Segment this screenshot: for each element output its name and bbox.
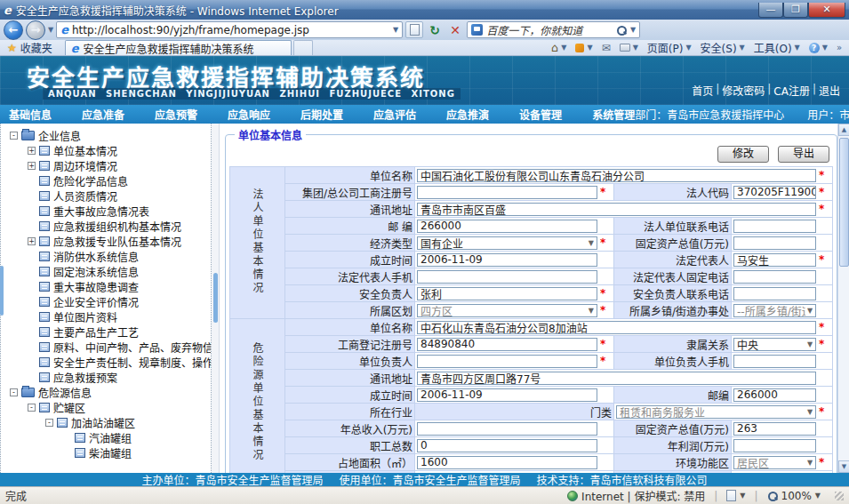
tree-item-label[interactable]: 安全生产责任制、规章制度、操作规程信息 xyxy=(53,355,212,370)
tree-item[interactable]: 人员资质情况 xyxy=(4,188,211,204)
new-tab-stub[interactable] xyxy=(293,40,313,55)
field-input[interactable] xyxy=(733,220,816,233)
field-input[interactable] xyxy=(417,270,597,284)
tree-item[interactable]: 重大事故应急情况表 xyxy=(4,204,211,219)
tree-item[interactable]: 单位图片资料 xyxy=(4,309,211,324)
compatibility-view-button[interactable] xyxy=(405,21,423,38)
field-input[interactable]: 1600 xyxy=(417,456,597,469)
tree-item-label[interactable]: 危险化学品信息 xyxy=(53,173,128,188)
expand-icon[interactable]: + xyxy=(28,162,36,170)
tree-item-label[interactable]: 贮罐区 xyxy=(53,400,85,415)
frame-collapse-handle[interactable] xyxy=(213,273,218,323)
tree-item[interactable]: +单位基本情况 xyxy=(4,143,211,158)
tree-item[interactable]: 消防供水系统信息 xyxy=(4,249,211,264)
tree-item[interactable]: 固定泡沫系统信息 xyxy=(4,264,211,279)
tree-item[interactable]: +周边环境情况 xyxy=(4,158,211,173)
nav-item-2[interactable]: 应急预警 xyxy=(155,107,197,122)
field-input[interactable]: 84890840 xyxy=(417,338,597,351)
field-input[interactable] xyxy=(733,287,816,300)
tools-menu[interactable]: 工具(O)▼ xyxy=(750,41,804,55)
collapse-icon[interactable]: - xyxy=(10,132,18,140)
browser-tab[interactable]: e 安全生产应急救援指挥辅助决策系统 xyxy=(65,40,292,55)
tree-item-label[interactable]: 企业安全评价情况 xyxy=(53,294,139,309)
collapse-icon[interactable]: - xyxy=(45,419,53,427)
modify-button[interactable]: 修改 xyxy=(717,146,769,163)
tree-item[interactable]: +应急救援专业队伍基本情况 xyxy=(4,234,211,249)
tree-item-label[interactable]: 周边环境情况 xyxy=(53,158,117,173)
tab-title[interactable]: 安全生产应急救援指挥辅助决策系统 xyxy=(84,41,254,56)
field-input[interactable]: 0 xyxy=(417,439,597,452)
search-input[interactable]: 百度一下，你就知道 ▼ xyxy=(467,21,640,38)
content-scrollbar[interactable]: ▲ ▼ xyxy=(837,124,849,473)
tree-item[interactable]: 危险化学品信息 xyxy=(4,173,211,188)
tree-item[interactable]: 应急救援预案 xyxy=(4,370,211,385)
tree-item[interactable]: 主要产品生产工艺 xyxy=(4,324,211,340)
nav-item-4[interactable]: 后期处置 xyxy=(300,107,343,122)
collapse-icon[interactable]: - xyxy=(28,404,36,412)
field-input[interactable]: 370205F119008 xyxy=(733,186,816,199)
field-input[interactable]: 中国石油化工股份有限公司山东青岛石油分公司 xyxy=(417,169,816,182)
tree-item-label[interactable]: 危险源信息 xyxy=(38,385,92,400)
search-dropdown-icon[interactable]: ▼ xyxy=(630,26,636,34)
expand-icon[interactable]: + xyxy=(28,147,36,155)
field-input[interactable] xyxy=(733,236,816,250)
field-input[interactable] xyxy=(417,186,597,199)
export-button[interactable]: 导出 xyxy=(778,146,829,163)
tree-item[interactable]: 柴油罐组 xyxy=(4,445,211,460)
field-input[interactable]: 中石化山东青岛石油分公司8加油站 xyxy=(417,321,816,334)
tree-item-label[interactable]: 单位基本情况 xyxy=(53,143,117,158)
field-input[interactable]: 青岛市四方区周口路77号 xyxy=(417,372,816,385)
tree-item[interactable]: -加油站油罐区 xyxy=(4,415,211,430)
tree-item-label[interactable]: 应急救援预案 xyxy=(53,370,117,385)
field-input[interactable]: 2006-11-09 xyxy=(417,388,597,402)
field-select[interactable]: 租赁和商务服务业▼ xyxy=(616,405,816,419)
field-input[interactable]: 266000 xyxy=(733,388,816,402)
close-button[interactable]: ✕ xyxy=(808,3,845,18)
history-dropdown-icon[interactable]: ▼ xyxy=(48,26,53,34)
home-button[interactable]: ⌂▼ xyxy=(548,41,570,55)
nav-item-0[interactable]: 基础信息 xyxy=(9,107,52,122)
field-input[interactable]: 2006-11-09 xyxy=(417,253,597,267)
tree-item-label[interactable]: 消防供水系统信息 xyxy=(53,249,139,264)
frame-splitter[interactable] xyxy=(212,124,220,473)
field-input[interactable] xyxy=(733,439,816,452)
nav-item-3[interactable]: 应急响应 xyxy=(228,107,270,122)
tree-item[interactable]: 重大事故隐患调查 xyxy=(4,279,211,294)
scroll-up-button[interactable]: ▲ xyxy=(838,124,849,136)
read-mail-button[interactable]: ✉ xyxy=(598,41,614,55)
resize-grip[interactable] xyxy=(835,492,844,500)
tree-item[interactable]: 汽油罐组 xyxy=(4,430,211,445)
search-text[interactable]: 百度一下，你就知道 xyxy=(486,22,613,37)
field-input[interactable]: 263 xyxy=(733,422,816,436)
compatibility-status-button[interactable]: ▼ xyxy=(726,490,745,501)
field-input[interactable] xyxy=(417,355,597,368)
field-input[interactable]: 张利 xyxy=(417,287,597,300)
tree-item-label[interactable]: 企业信息 xyxy=(38,128,81,143)
back-button[interactable]: ← xyxy=(4,20,23,40)
favorites-label[interactable]: 收藏夹 xyxy=(20,40,52,55)
header-link-0[interactable]: 首页 xyxy=(692,83,713,98)
print-button[interactable]: ▼ xyxy=(616,41,642,55)
tree-item-label[interactable]: 汽油罐组 xyxy=(89,430,132,445)
nav-item-7[interactable]: 设备管理 xyxy=(519,107,562,122)
collapse-icon[interactable]: - xyxy=(10,388,18,396)
header-link-1[interactable]: 修改密码 xyxy=(722,83,765,98)
nav-item-5[interactable]: 应急评估 xyxy=(373,107,416,122)
tree-item-label[interactable]: 应急救援专业队伍基本情况 xyxy=(53,234,181,249)
address-url[interactable]: http://localhost:90/yjzh/frame/homepage.… xyxy=(72,24,389,36)
address-bar[interactable]: e http://localhost:90/yjzh/frame/homepag… xyxy=(56,21,403,38)
tree-item[interactable]: 安全生产责任制、规章制度、操作规程信息 xyxy=(4,355,211,370)
field-select[interactable]: 四方区▼ xyxy=(417,304,597,317)
tree-item-label[interactable]: 重大事故隐患调查 xyxy=(53,279,139,294)
field-select[interactable]: 中央▼ xyxy=(733,338,816,351)
nav-item-6[interactable]: 应急推演 xyxy=(446,107,489,122)
field-input[interactable] xyxy=(417,422,597,436)
tree-item[interactable]: 原料、中间产物、产品、废弃物信息 xyxy=(4,340,211,355)
tree-item[interactable]: -企业信息 xyxy=(4,128,211,143)
tree-item[interactable]: 企业安全评价情况 xyxy=(4,294,211,309)
nav-item-8[interactable]: 系统管理 xyxy=(592,107,635,122)
scroll-thumb[interactable] xyxy=(839,138,849,267)
page-menu[interactable]: 页面(P)▼ xyxy=(644,41,695,55)
tree-item-label[interactable]: 原料、中间产物、产品、废弃物信息 xyxy=(53,340,212,355)
forward-button[interactable]: → xyxy=(26,20,45,40)
